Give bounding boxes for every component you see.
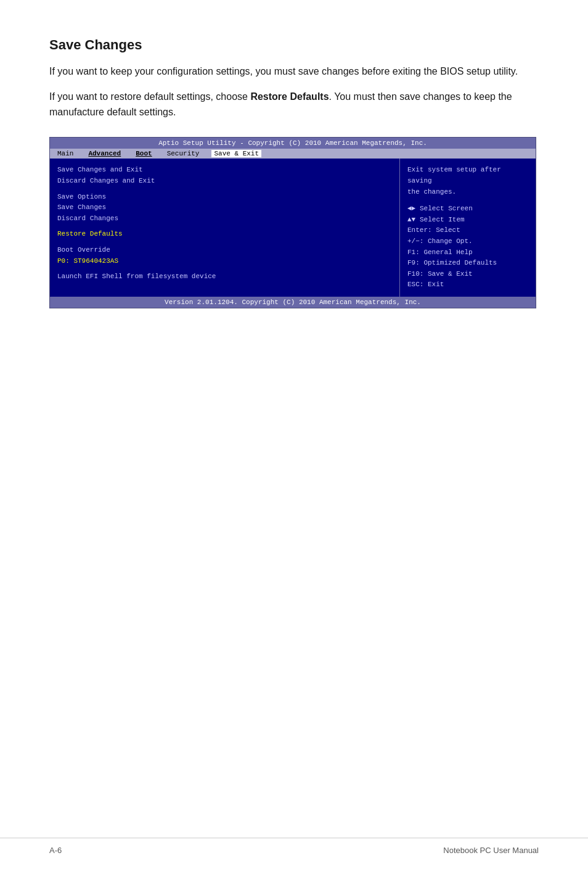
arrows-horizontal-icon: ◄► bbox=[407, 204, 420, 215]
bios-keybind-change-opt: +/−: Change Opt. bbox=[407, 236, 528, 247]
bios-left-panel: Save Changes and Exit Discard Changes an… bbox=[50, 159, 400, 297]
description-2-before: If you want to restore default settings,… bbox=[49, 91, 250, 102]
bios-menu-save-exit[interactable]: Save & Exit bbox=[211, 150, 261, 157]
footer-page-number: A-6 bbox=[49, 846, 62, 855]
bios-right-panel: Exit system setup after saving the chang… bbox=[400, 159, 536, 297]
bios-item-launch-efi[interactable]: Launch EFI Shell from filesystem device bbox=[57, 271, 392, 283]
select-item-label: Select Item bbox=[420, 215, 465, 226]
enter-select-label: Enter: Select bbox=[407, 225, 460, 236]
bios-menu-security[interactable]: Security bbox=[165, 150, 202, 157]
bios-keybind-f10: F10: Save & Exit bbox=[407, 269, 528, 280]
description-paragraph-1: If you want to keep your configuration s… bbox=[49, 64, 539, 80]
bios-item-save-changes-exit[interactable]: Save Changes and Exit bbox=[57, 165, 392, 176]
bios-item-save-changes[interactable]: Save Changes bbox=[57, 202, 392, 213]
bios-keybinds: ◄► Select Screen ▲▼ Select Item Enter: S… bbox=[407, 204, 528, 291]
arrows-vertical-icon: ▲▼ bbox=[407, 215, 420, 226]
bios-item-hdd[interactable]: P0: ST9640423AS bbox=[57, 256, 392, 267]
description-2-highlight: Restore Defaults bbox=[250, 91, 329, 102]
page-footer: A-6 Notebook PC User Manual bbox=[0, 838, 588, 862]
bios-item-restore-defaults[interactable]: Restore Defaults bbox=[57, 229, 392, 240]
f1-label: F1: General Help bbox=[407, 247, 473, 258]
bios-menu-advanced[interactable]: Advanced bbox=[86, 150, 123, 157]
bios-body: Save Changes and Exit Discard Changes an… bbox=[50, 159, 536, 297]
bios-keybind-f9: F9: Optimized Defaults bbox=[407, 258, 528, 269]
f10-label: F10: Save & Exit bbox=[407, 269, 473, 280]
bios-keybind-select-screen: ◄► Select Screen bbox=[407, 204, 528, 215]
bios-menu-main[interactable]: Main bbox=[55, 150, 76, 157]
bios-item-discard-changes-exit[interactable]: Discard Changes and Exit bbox=[57, 176, 392, 187]
select-screen-label: Select Screen bbox=[420, 204, 473, 215]
footer-manual-title: Notebook PC User Manual bbox=[443, 846, 539, 855]
page-title: Save Changes bbox=[49, 37, 539, 53]
bios-keybind-f1: F1: General Help bbox=[407, 247, 528, 258]
f9-label: F9: Optimized Defaults bbox=[407, 258, 497, 269]
bios-keybind-select-item: ▲▼ Select Item bbox=[407, 215, 528, 226]
change-opt-label: +/−: Change Opt. bbox=[407, 236, 473, 247]
bios-keybind-esc: ESC: Exit bbox=[407, 279, 528, 291]
bios-help-text-line1: Exit system setup after saving bbox=[407, 165, 528, 186]
esc-label: ESC: Exit bbox=[407, 279, 444, 291]
bios-item-discard-changes[interactable]: Discard Changes bbox=[57, 213, 392, 225]
bios-footer: Version 2.01.1204. Copyright (C) 2010 Am… bbox=[50, 297, 536, 308]
bios-title-bar: Aptio Setup Utility - Copyright (C) 2010… bbox=[50, 138, 536, 149]
bios-item-save-options[interactable]: Save Options bbox=[57, 192, 392, 203]
bios-screenshot: Aptio Setup Utility - Copyright (C) 2010… bbox=[49, 137, 536, 308]
bios-help-text-line2: the changes. bbox=[407, 187, 528, 198]
bios-item-boot-override: Boot Override bbox=[57, 245, 392, 256]
bios-menu-bar: Main Advanced Boot Security Save & Exit bbox=[50, 149, 536, 159]
bios-keybind-enter: Enter: Select bbox=[407, 225, 528, 236]
description-paragraph-2: If you want to restore default settings,… bbox=[49, 89, 539, 120]
bios-menu-boot[interactable]: Boot bbox=[133, 150, 154, 157]
